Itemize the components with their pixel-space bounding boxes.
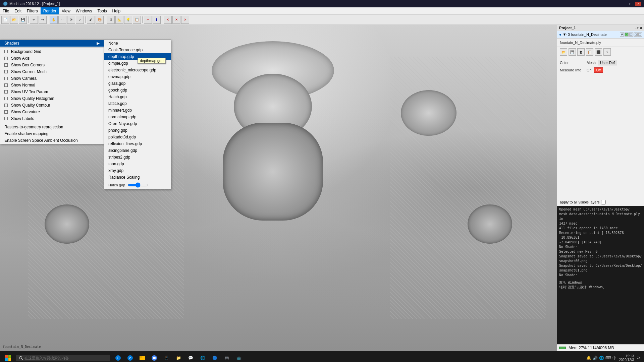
shader-none[interactable]: None	[104, 40, 171, 47]
shader-envmap[interactable]: envmap.gdp	[104, 73, 171, 80]
show-camera-item[interactable]: Show Camera	[0, 75, 104, 82]
taskbar-search-input[interactable]	[24, 356, 107, 360]
toolbar-open[interactable]: 📂	[10, 16, 18, 24]
toolbar-new[interactable]: 📄	[1, 16, 9, 24]
taskbar-chrome[interactable]	[149, 353, 160, 362]
show-box-corners-item[interactable]: Show Box Corners	[0, 62, 104, 68]
ambient-occlusion-item[interactable]: Enable Screen Space Ambient Occlusion	[0, 137, 104, 144]
toolbar-undo[interactable]: ↩	[30, 16, 38, 24]
shader-oren-nayar[interactable]: Oren-Nayar.gdp	[104, 120, 171, 127]
layer-icon5[interactable]: □	[638, 33, 642, 37]
toolbar-redo[interactable]: ↪	[39, 16, 47, 24]
menu-tools[interactable]: Tools	[95, 7, 110, 14]
shader-slicingplane[interactable]: slicingplane.gdp	[104, 147, 171, 154]
panel-btn-dup[interactable]: 📋	[586, 48, 593, 56]
shader-cook-torrance[interactable]: Cook-Torrance.gdp	[104, 47, 171, 53]
show-normal-item[interactable]: Show Normal	[0, 82, 104, 88]
shader-reflexion-lines[interactable]: reflexion_lines.gdp	[104, 140, 171, 147]
layer-icon4[interactable]: □	[634, 33, 637, 37]
shader-radiance-scaling[interactable]: Radiance Scaling	[104, 174, 171, 181]
toolbar-del1[interactable]: ✕	[164, 16, 172, 24]
shader-normalmap[interactable]: normalmap.gdp	[104, 114, 171, 120]
taskbar-app11[interactable]: 📺	[233, 353, 244, 362]
rasters-item[interactable]: Rasters-to-geometry reprojection	[0, 124, 104, 130]
menu-render[interactable]: Render	[41, 7, 59, 14]
panel-btn-save[interactable]: 💾	[569, 48, 576, 56]
toolbar-del2[interactable]: ✕	[172, 16, 180, 24]
toolbar-light[interactable]: 💡	[124, 16, 132, 24]
show-axis-item[interactable]: Show Axis	[0, 55, 104, 62]
tray-icon3[interactable]: 🌐	[599, 356, 604, 360]
taskbar-app7[interactable]: 💬	[185, 353, 196, 362]
taskbar-app5[interactable]: 📱	[161, 353, 172, 362]
toolbar-paint[interactable]: 🎨	[96, 16, 104, 24]
toolbar-rotate[interactable]: ⟳	[67, 16, 75, 24]
mesh-value-btn[interactable]: User-Def	[598, 60, 617, 65]
menu-file[interactable]: File	[0, 7, 12, 14]
shader-hatch[interactable]: Hatch.gdp	[104, 94, 171, 100]
taskbar-edge[interactable]: e	[125, 353, 136, 362]
taskbar-app9[interactable]: 🔵	[209, 353, 220, 362]
shader-stripes2[interactable]: stripes2.gdp	[104, 154, 171, 161]
shaders-menu-item[interactable]: Shaders ▶	[0, 40, 104, 47]
toolbar-cut[interactable]: ✂	[144, 16, 152, 24]
notification-icon[interactable]: 🗨	[637, 356, 640, 360]
taskbar-app10[interactable]: 🎮	[221, 353, 232, 362]
show-quality-histogram-item[interactable]: Show Quality Histogram	[0, 95, 104, 102]
panel-float-icon[interactable]: □	[637, 26, 639, 30]
layer-icon3[interactable]: □	[629, 33, 633, 37]
measure-toggle[interactable]: Off	[594, 67, 603, 73]
panel-minimize-icon[interactable]: −	[635, 26, 637, 30]
shader-toon[interactable]: toon.gdp	[104, 161, 171, 167]
show-curvature-item[interactable]: Show Curvature	[0, 109, 104, 115]
shader-lattice[interactable]: lattice.gdp	[104, 100, 171, 107]
panel-close-icon[interactable]: ×	[640, 26, 642, 30]
restore-button[interactable]: □	[627, 2, 633, 6]
toolbar-del3[interactable]: ✕	[181, 16, 189, 24]
show-labels-item[interactable]: Show Labels	[0, 115, 104, 122]
menu-view[interactable]: View	[59, 7, 73, 14]
toolbar-render1[interactable]: ⚙	[107, 16, 115, 24]
taskbar-app8[interactable]: 🌐	[197, 353, 208, 362]
taskbar-app6[interactable]: 📁	[173, 353, 184, 362]
start-button[interactable]	[1, 351, 15, 362]
menu-edit[interactable]: Edit	[12, 7, 24, 14]
layer-icon1[interactable]: V	[620, 33, 624, 37]
shader-gooch[interactable]: gooch.gdp	[104, 87, 171, 94]
shader-xray[interactable]: xray.gdp	[104, 167, 171, 174]
toolbar-layer[interactable]: 📋	[133, 16, 141, 24]
shader-polkadot3d[interactable]: polkadot3d.gdp	[104, 134, 171, 140]
toolbar-render2[interactable]: 📐	[115, 16, 123, 24]
menu-help[interactable]: Help	[110, 7, 123, 14]
toolbar-brush[interactable]: 🖌	[87, 16, 95, 24]
toolbar-move[interactable]: ↔	[58, 16, 66, 24]
taskbar-search[interactable]	[16, 355, 110, 361]
minimize-button[interactable]: −	[619, 2, 625, 6]
clock[interactable]: 15:13 2020/12/3	[619, 354, 634, 362]
toolbar-select[interactable]: ✋	[50, 16, 58, 24]
apply-all-checkbox[interactable]	[601, 200, 606, 204]
hatch-gap-slider[interactable]	[128, 182, 148, 188]
panel-btn-flat[interactable]: ⬛	[595, 48, 602, 56]
panel-btn-load[interactable]: 📂	[560, 48, 567, 56]
background-grid-item[interactable]: Background Grid	[0, 48, 104, 55]
taskbar-cortana[interactable]: C	[113, 353, 123, 362]
menu-filters[interactable]: Filters	[24, 7, 41, 14]
shader-glass[interactable]: glass.gdp	[104, 80, 171, 87]
viewport[interactable]: fountain_N_Decimate Shaders ▶ Background…	[0, 25, 557, 351]
show-uv-tex-item[interactable]: Show UV Tex Param	[0, 88, 104, 95]
shadow-mapping-item[interactable]: Enable shadow mapping	[0, 130, 104, 137]
menu-windows[interactable]: Windows	[73, 7, 95, 14]
tray-icon5[interactable]: 中	[612, 355, 616, 361]
show-current-mesh-item[interactable]: Show Current Mesh	[0, 68, 104, 75]
layer-icon2[interactable]: □	[625, 33, 628, 37]
panel-btn-info[interactable]: ℹ	[603, 48, 611, 56]
tray-icon2[interactable]: 🔊	[593, 356, 598, 360]
shader-electronic-microscope[interactable]: electronic_microscope.gdp	[104, 67, 171, 73]
tray-icon4[interactable]: ⌨	[605, 356, 611, 360]
layer-eye-icon[interactable]: 👁	[563, 33, 567, 37]
toolbar-scale[interactable]: ⤢	[76, 16, 84, 24]
taskbar-explorer[interactable]	[137, 353, 148, 362]
tray-icon1[interactable]: 🔔	[586, 356, 591, 360]
show-quality-contour-item[interactable]: Show Quality Contour	[0, 102, 104, 109]
